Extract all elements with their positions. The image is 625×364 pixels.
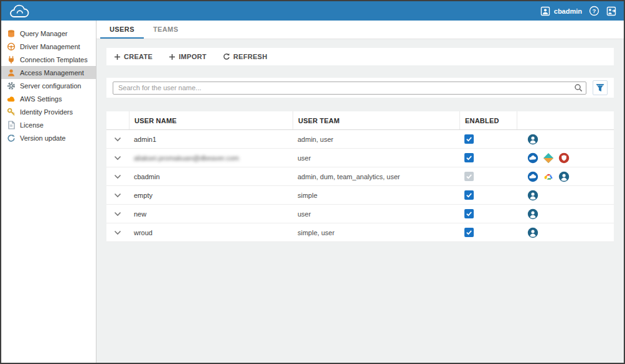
table-row: wroudsimple, user [106, 223, 614, 242]
toolbar: CREATEIMPORTREFRESH [106, 48, 614, 65]
help-button[interactable]: ? [589, 6, 599, 16]
local-user-icon [527, 208, 538, 220]
tab-users[interactable]: USERS [100, 21, 144, 39]
local-user-icon [527, 190, 538, 201]
users-table: USER NAMEUSER TEAMENABLED admin1admin, u… [106, 111, 614, 242]
table-row: newuser [106, 205, 614, 223]
chevron-down-icon [114, 154, 121, 162]
sidebar-item-label: AWS Settings [20, 95, 62, 103]
create-button[interactable]: CREATE [114, 53, 153, 60]
provider-diamond-icon [543, 152, 554, 164]
import-button[interactable]: IMPORT [169, 53, 207, 60]
provider-red-icon [558, 152, 570, 164]
column-header-empty [517, 111, 614, 129]
sidebar-item-label: Access Management [20, 69, 84, 77]
sidebar-item-label: Server configuration [20, 82, 81, 90]
sidebar-item-label: Version update [20, 134, 65, 142]
tab-teams[interactable]: TEAMS [144, 21, 188, 39]
account-icon [540, 6, 550, 16]
top-bar: cbadmin ? [1, 1, 624, 21]
user-team-cell: user [293, 154, 459, 162]
expand-row-button[interactable] [106, 229, 129, 236]
table-body: admin1admin, useraliaksei.promakuan@dbea… [106, 130, 614, 242]
aws-settings-icon [7, 95, 16, 103]
exit-button[interactable] [606, 6, 616, 16]
enabled-checkbox[interactable] [464, 209, 474, 218]
refresh-button[interactable]: REFRESH [223, 53, 268, 60]
enabled-cell [459, 190, 517, 200]
sidebar-item-aws-settings[interactable]: AWS Settings [1, 92, 96, 105]
expand-row-button[interactable] [106, 192, 129, 199]
sidebar: Query ManagerDriver ManagementConnection… [1, 21, 96, 363]
user-team-cell: simple, user [293, 229, 459, 236]
enabled-checkbox[interactable] [464, 190, 474, 200]
sidebar-item-label: Identity Providers [20, 108, 73, 116]
auth-provider-icons [517, 208, 614, 220]
search-panel [106, 78, 614, 98]
topbar-actions: cbadmin ? [540, 6, 616, 16]
account-button[interactable]: cbadmin [540, 6, 582, 16]
expand-row-button[interactable] [106, 154, 129, 162]
driver-management-icon [7, 42, 16, 51]
search-field-wrap [113, 82, 586, 95]
expand-row-button[interactable] [106, 173, 129, 180]
table-row: admin1admin, user [106, 130, 614, 149]
sidebar-item-driver-management[interactable]: Driver Management [1, 40, 96, 53]
connection-templates-icon [7, 55, 16, 64]
user-team-cell: admin, dum, team_analytics, user [293, 173, 459, 180]
account-name: cbadmin [554, 7, 582, 15]
column-header-empty [106, 111, 129, 129]
sidebar-item-version-update[interactable]: Version update [1, 131, 96, 144]
identity-providers-icon [7, 108, 16, 116]
enabled-checkbox[interactable] [464, 153, 474, 162]
user-name-cell: empty [129, 192, 293, 199]
sidebar-item-connection-templates[interactable]: Connection Templates [1, 53, 96, 66]
chevron-down-icon [114, 136, 121, 143]
auth-provider-icons [517, 190, 614, 201]
local-user-icon [558, 171, 570, 182]
table-header: USER NAMEUSER TEAMENABLED [106, 111, 614, 130]
enabled-checkbox[interactable] [464, 134, 474, 144]
sidebar-item-label: Query Manager [20, 30, 67, 37]
query-manager-icon [7, 29, 16, 38]
server-configuration-icon [7, 82, 16, 90]
user-name-cell: cbadmin [129, 173, 293, 180]
plus-icon [169, 54, 176, 60]
enabled-cell [459, 209, 517, 218]
filter-button[interactable] [593, 80, 608, 95]
toolbar-button-label: REFRESH [233, 53, 268, 60]
sidebar-item-label: Connection Templates [20, 56, 88, 63]
cloudbeaver-logo-icon[interactable] [9, 4, 30, 18]
search-input[interactable] [113, 82, 586, 95]
app-window: cbadmin ? Query ManagerDriver Management… [0, 0, 625, 364]
filter-icon [595, 83, 605, 92]
access-management-icon [7, 68, 16, 77]
sidebar-item-query-manager[interactable]: Query Manager [1, 27, 96, 40]
auth-provider-icons [517, 152, 614, 164]
enabled-cell [459, 134, 517, 144]
sidebar-item-identity-providers[interactable]: Identity Providers [1, 105, 96, 118]
expand-row-button[interactable] [106, 210, 129, 218]
enabled-checkbox[interactable] [464, 228, 474, 237]
auth-provider-icons [517, 171, 614, 182]
auth-provider-icons [517, 227, 614, 238]
chevron-down-icon [114, 210, 121, 218]
sidebar-item-access-management[interactable]: Access Management [1, 66, 96, 79]
sidebar-item-license[interactable]: License [1, 118, 96, 131]
sidebar-item-server-configuration[interactable]: Server configuration [1, 79, 96, 92]
user-team-cell: simple [293, 192, 459, 199]
table-row: cbadminadmin, dum, team_analytics, user [106, 167, 614, 186]
user-name-cell: aliaksei.promakuan@dbeaver.com [129, 154, 293, 162]
column-header-user-name: USER NAME [129, 111, 293, 129]
chevron-down-icon [114, 229, 121, 236]
main-content: USERSTEAMS CREATEIMPORTREFRESH USER NAME… [96, 21, 624, 363]
enabled-checkbox [464, 172, 474, 181]
google-cloud-icon [543, 171, 554, 182]
user-team-cell: user [293, 210, 459, 218]
enabled-cell [459, 153, 517, 162]
column-header-user-team: USER TEAM [293, 111, 459, 129]
sidebar-nav: Query ManagerDriver ManagementConnection… [1, 27, 96, 144]
user-name-cell: new [129, 210, 293, 218]
expand-row-button[interactable] [106, 136, 129, 143]
refresh-icon [223, 53, 230, 60]
